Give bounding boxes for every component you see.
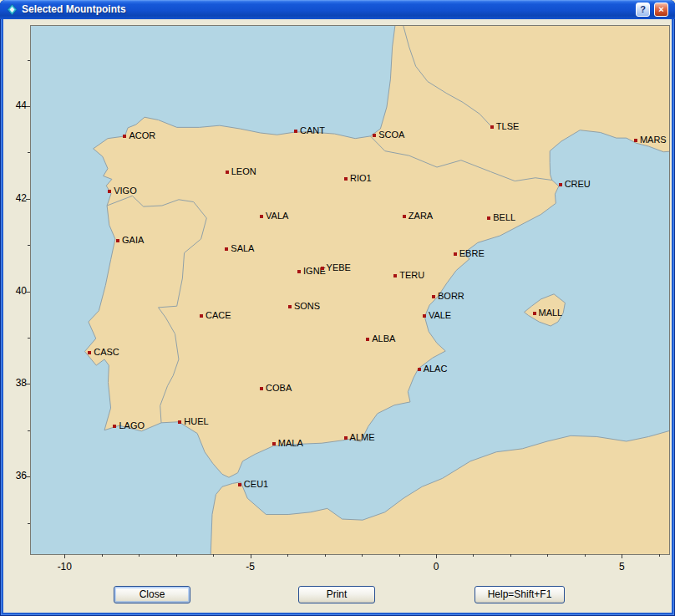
station-marker-ALBA[interactable]	[366, 338, 369, 341]
station-label-BORR: BORR	[438, 291, 464, 301]
station-marker-SONS[interactable]	[288, 305, 292, 308]
station-marker-GAIA[interactable]	[116, 239, 119, 242]
station-label-ALME: ALME	[350, 432, 375, 442]
y-axis-major-tick	[26, 384, 30, 384]
station-label-ALBA: ALBA	[372, 333, 395, 344]
station-marker-CANT[interactable]	[294, 130, 297, 133]
titlebar-help-button[interactable]: ?	[636, 3, 650, 17]
titlebar[interactable]: Selected Mountpoints ? ×	[0, 0, 675, 19]
x-axis-tick-label: -10	[48, 561, 81, 573]
station-marker-BELL[interactable]	[487, 216, 490, 220]
y-axis-minor-tick	[28, 523, 30, 524]
station-marker-ALAC[interactable]	[418, 368, 421, 371]
station-label-VALE: VALE	[429, 310, 451, 320]
station-label-MARS: MARS	[640, 135, 667, 145]
station-label-RIO1: RIO1	[350, 173, 372, 183]
station-marker-CREU[interactable]	[559, 183, 562, 186]
station-label-CEU1: CEU1	[244, 479, 268, 489]
station-marker-YEBE[interactable]	[321, 267, 324, 270]
station-label-SALA: SALA	[231, 243, 254, 253]
station-label-MALL: MALL	[539, 308, 563, 318]
y-axis-minor-tick	[28, 245, 30, 246]
y-axis-tick-label: 40	[5, 285, 27, 297]
station-label-TLSE: TLSE	[496, 121, 520, 131]
station-marker-EBRE[interactable]	[454, 252, 457, 256]
y-axis-major-tick	[26, 292, 30, 293]
station-label-VIGO: VIGO	[114, 186, 137, 196]
station-label-ZARA: ZARA	[409, 211, 433, 221]
station-marker-LEON[interactable]	[226, 171, 229, 174]
station-label-CASC: CASC	[94, 347, 119, 357]
station-label-CREU: CREU	[565, 179, 591, 189]
x-axis-minor-tick	[362, 554, 363, 557]
close-button[interactable]: Close	[114, 586, 190, 603]
station-label-ALAC: ALAC	[424, 364, 448, 374]
station-marker-SALA[interactable]	[225, 247, 228, 251]
station-label-LEON: LEON	[231, 166, 256, 176]
iberia-france-landmass	[84, 26, 669, 477]
x-axis-minor-tick	[473, 554, 474, 557]
station-marker-LAGO[interactable]	[113, 425, 116, 428]
station-marker-BORR[interactable]	[432, 295, 435, 298]
x-axis-minor-tick	[510, 554, 511, 557]
station-marker-VIGO[interactable]	[108, 190, 111, 193]
x-axis-tick-label: 0	[419, 561, 453, 573]
station-marker-MARS[interactable]	[634, 139, 637, 142]
station-marker-ALME[interactable]	[344, 436, 348, 440]
station-marker-VALA[interactable]	[260, 215, 263, 218]
y-axis-major-tick	[26, 199, 30, 200]
station-marker-MALL[interactable]	[533, 312, 536, 315]
x-axis-major-tick	[251, 554, 251, 558]
selected-mountpoints-dialog: Selected Mountpoints ? ×	[0, 0, 675, 616]
y-axis-minor-tick	[28, 338, 30, 339]
station-marker-VALE[interactable]	[423, 314, 426, 318]
station-marker-IGNE[interactable]	[297, 270, 301, 273]
x-axis-minor-tick	[585, 554, 586, 557]
y-axis-major-tick	[26, 476, 30, 477]
station-label-GAIA: GAIA	[122, 235, 144, 245]
station-marker-TERU[interactable]	[393, 274, 397, 277]
station-label-CANT: CANT	[300, 125, 325, 135]
station-label-MALA: MALA	[278, 438, 303, 448]
x-axis-minor-tick	[399, 554, 400, 557]
help-shortcut-button[interactable]: Help=Shift+F1	[475, 586, 565, 603]
y-axis-tick-label: 42	[5, 192, 27, 204]
station-marker-CEU1[interactable]	[238, 483, 241, 486]
station-label-BELL: BELL	[493, 212, 515, 222]
y-axis-tick-label: 38	[5, 377, 27, 389]
station-marker-ZARA[interactable]	[403, 215, 406, 218]
titlebar-close-button[interactable]: ×	[654, 3, 668, 17]
x-axis-minor-tick	[139, 554, 140, 557]
station-label-TERU: TERU	[399, 270, 424, 280]
station-marker-MALA[interactable]	[272, 442, 276, 445]
dialog-body: ACORCANTSCOATLSEMARSVIGOLEONRIO1CREUVALA…	[3, 19, 672, 613]
station-label-SONS: SONS	[294, 301, 320, 311]
station-label-COBA: COBA	[266, 383, 292, 393]
x-axis-minor-tick	[102, 554, 103, 557]
station-marker-SCOA[interactable]	[373, 134, 376, 137]
x-axis-minor-tick	[176, 554, 177, 557]
station-marker-CASC[interactable]	[88, 351, 91, 354]
x-axis-major-tick	[64, 554, 65, 558]
x-axis-major-tick	[436, 554, 437, 558]
station-label-HUEL: HUEL	[184, 416, 208, 426]
station-label-YEBE: YEBE	[327, 262, 351, 272]
station-marker-ACOR[interactable]	[123, 135, 126, 138]
print-button[interactable]: Print	[298, 586, 375, 603]
station-marker-TLSE[interactable]	[490, 125, 494, 129]
y-axis-major-tick	[26, 106, 30, 107]
x-axis-minor-tick	[325, 554, 326, 557]
x-axis-major-tick	[622, 554, 622, 558]
window-title: Selected Mountpoints	[22, 0, 126, 19]
station-marker-RIO1[interactable]	[344, 177, 348, 181]
x-axis-minor-tick	[213, 554, 214, 557]
station-marker-HUEL[interactable]	[178, 420, 181, 424]
station-label-CACE: CACE	[206, 310, 231, 320]
x-axis-tick-label: -5	[234, 561, 267, 573]
y-axis-tick-label: 36	[5, 470, 27, 481]
x-axis-tick-label: 5	[605, 561, 638, 573]
mountpoints-map-canvas[interactable]: ACORCANTSCOATLSEMARSVIGOLEONRIO1CREUVALA…	[30, 25, 670, 555]
station-marker-CACE[interactable]	[200, 314, 203, 318]
y-axis-minor-tick	[28, 430, 30, 431]
station-marker-COBA[interactable]	[260, 387, 263, 390]
